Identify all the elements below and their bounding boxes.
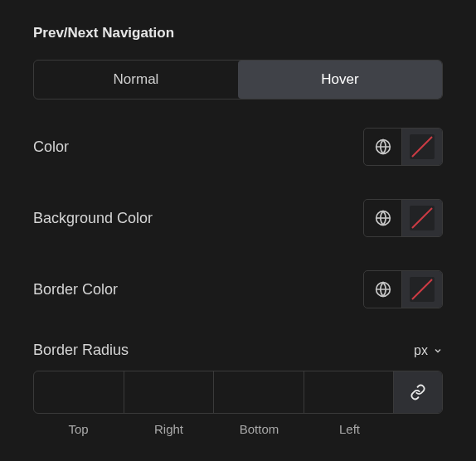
unit-select[interactable]: px bbox=[414, 343, 443, 358]
no-color-swatch bbox=[410, 206, 435, 230]
row-border-color: Border Color bbox=[33, 270, 443, 308]
label-left: Left bbox=[304, 422, 395, 436]
radius-top-input[interactable] bbox=[34, 371, 124, 413]
link-icon bbox=[410, 384, 426, 400]
global-color-button[interactable] bbox=[364, 129, 402, 165]
color-controls-border bbox=[363, 270, 443, 308]
radius-right-input[interactable] bbox=[124, 371, 214, 413]
section-title: Prev/Next Navigation bbox=[33, 25, 443, 41]
row-color: Color bbox=[33, 128, 443, 166]
label-border-radius: Border Radius bbox=[33, 342, 129, 359]
no-color-slash-icon bbox=[411, 136, 432, 157]
no-color-slash-icon bbox=[411, 279, 432, 299]
link-spacer bbox=[395, 422, 443, 436]
radius-bottom-cell bbox=[214, 371, 304, 413]
color-controls-bg bbox=[363, 199, 443, 237]
state-tabs: Normal Hover bbox=[33, 60, 443, 99]
radius-bottom-input[interactable] bbox=[214, 371, 304, 413]
row-border-radius-header: Border Radius px bbox=[33, 342, 443, 359]
radius-left-cell bbox=[304, 371, 395, 413]
label-color: Color bbox=[33, 138, 69, 156]
globe-icon bbox=[375, 210, 391, 226]
no-color-swatch bbox=[410, 134, 435, 159]
border-radius-inputs bbox=[33, 371, 443, 414]
bordercolor-swatch-button[interactable] bbox=[402, 271, 442, 308]
tab-normal[interactable]: Normal bbox=[34, 61, 238, 99]
radius-right-cell bbox=[124, 371, 215, 413]
no-color-slash-icon bbox=[411, 207, 432, 228]
label-border-color: Border Color bbox=[33, 281, 118, 298]
color-controls-color bbox=[363, 128, 443, 166]
row-background-color: Background Color bbox=[33, 199, 443, 237]
global-bgcolor-button[interactable] bbox=[364, 200, 402, 236]
radius-left-input[interactable] bbox=[304, 371, 394, 413]
globe-icon bbox=[375, 138, 391, 155]
unit-value: px bbox=[414, 343, 428, 358]
bgcolor-swatch-button[interactable] bbox=[402, 200, 442, 236]
border-radius-labels: Top Right Bottom Left bbox=[33, 422, 443, 436]
radius-top-cell bbox=[34, 371, 124, 413]
tab-hover[interactable]: Hover bbox=[238, 61, 442, 99]
link-values-button[interactable] bbox=[394, 371, 442, 413]
chevron-down-icon bbox=[433, 346, 443, 356]
label-background-color: Background Color bbox=[33, 210, 153, 227]
no-color-swatch bbox=[410, 277, 435, 302]
global-bordercolor-button[interactable] bbox=[364, 271, 402, 308]
label-top: Top bbox=[33, 422, 124, 436]
color-swatch-button[interactable] bbox=[402, 129, 442, 165]
globe-icon bbox=[375, 281, 391, 298]
label-bottom: Bottom bbox=[214, 422, 304, 436]
label-right: Right bbox=[124, 422, 214, 436]
